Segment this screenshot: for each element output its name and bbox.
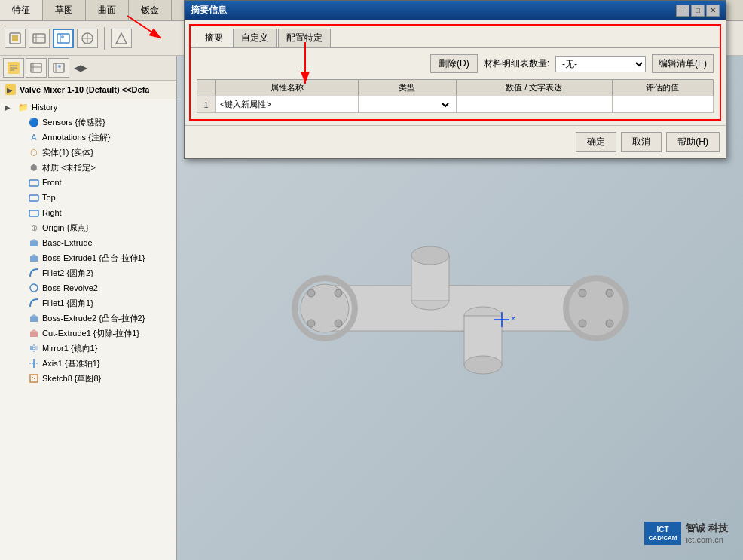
svg-rect-18 — [31, 63, 41, 72]
svg-point-60 — [307, 320, 315, 327]
svg-marker-35 — [30, 314, 38, 317]
edit-list-button[interactable]: 编辑清单(E) — [652, 54, 714, 73]
svg-rect-40 — [35, 346, 38, 350]
history-icon: 📁 — [17, 101, 29, 113]
svg-rect-31 — [30, 256, 38, 262]
tree-item-boss-revolve2[interactable]: Boss-Revolve2 — [0, 280, 176, 295]
tree-item-boss-extrude1[interactable]: Boss-Extrude1 {凸台-拉伸1} — [0, 250, 176, 265]
cell-prop-type[interactable]: 文字 日期 数字 — [359, 96, 456, 113]
tree-item-front[interactable]: Front — [0, 175, 176, 190]
sidebar-icon-row: ◀ ▶ — [0, 56, 176, 81]
sidebar-nav-arrows: ◀ ▶ — [71, 58, 90, 78]
confirm-button[interactable]: 确定 — [576, 132, 616, 152]
svg-rect-46 — [325, 286, 596, 331]
right-icon — [28, 207, 40, 219]
svg-text:*: * — [512, 315, 515, 324]
toolbar-btn-1[interactable] — [5, 29, 26, 48]
tree-item-fillet2[interactable]: Fillet2 {圆角2} — [0, 265, 176, 280]
tab-summary[interactable]: 摘要 — [197, 29, 231, 47]
fillet1-icon — [28, 297, 40, 309]
tree-item-material[interactable]: ⬢ 材质 <未指定> — [0, 160, 176, 175]
tree-item-origin[interactable]: ⊕ Origin {原点} — [0, 220, 176, 235]
base-extrude-icon — [28, 237, 40, 249]
solid-icon: ⬡ — [28, 146, 40, 158]
fillet2-icon — [28, 267, 40, 279]
boss-extrude1-icon — [28, 252, 40, 264]
toolbar-separator — [104, 27, 105, 50]
close-button[interactable]: ✕ — [706, 5, 720, 17]
tree-item-top[interactable]: Top — [0, 190, 176, 205]
toolbar-btn-3[interactable] — [53, 29, 74, 48]
tree-item-base-extrude[interactable]: Base-Extrude — [0, 235, 176, 250]
tree-item-solid[interactable]: ⬡ 实体(1) {实体} — [0, 145, 176, 160]
modal-title-bar: 摘要信息 — □ ✕ — [185, 1, 726, 20]
tree-item-annotations[interactable]: A Annotations {注解} — [0, 130, 176, 145]
svg-point-57 — [464, 356, 502, 374]
origin-label: Origin {原点} — [42, 222, 89, 234]
svg-marker-32 — [30, 254, 38, 256]
tree-item-cut-extrude1[interactable]: Cut-Extrude1 {切除-拉伸1} — [0, 326, 176, 341]
tab-feature[interactable]: 特征 — [0, 0, 43, 20]
table-row: 1 <键入新属性> 文字 日期 数字 — [197, 96, 714, 113]
feature-tree-sidebar: ◀ ▶ ▶ Valve Mixer 1-10 (Default) <<Defa … — [0, 56, 177, 560]
cell-prop-name[interactable]: <键入新属性> — [216, 96, 359, 113]
sidebar-icon-2[interactable] — [26, 58, 47, 78]
svg-point-59 — [335, 289, 342, 297]
tab-sketch[interactable]: 草图 — [43, 0, 86, 20]
solid-label: 实体(1) {实体} — [42, 147, 93, 158]
svg-point-61 — [335, 320, 342, 327]
front-icon — [28, 176, 40, 188]
minimize-button[interactable]: — — [676, 5, 689, 17]
maximize-button[interactable]: □ — [691, 5, 705, 17]
tree-item-fillet1[interactable]: Fillet1 {圆角1} — [0, 295, 176, 311]
cell-prop-eval — [612, 96, 713, 113]
sketch8-icon — [28, 372, 40, 384]
boss-extrude2-icon — [28, 312, 40, 324]
cancel-button[interactable]: 取消 — [621, 132, 662, 152]
modal-footer: 确定 取消 帮助(H) — [185, 125, 726, 158]
type-select[interactable]: 文字 日期 数字 — [363, 99, 451, 110]
cell-prop-value[interactable] — [456, 96, 612, 113]
toolbar-btn-2[interactable] — [29, 29, 50, 48]
svg-point-62 — [579, 289, 586, 297]
sketch8-label: Sketch8 {草图8} — [42, 373, 101, 384]
tree-item-axis1[interactable]: Axis1 {基准轴1} — [0, 356, 176, 371]
svg-rect-36 — [30, 332, 38, 337]
delete-button[interactable]: 删除(D) — [430, 54, 478, 73]
tree-item-sensors[interactable]: 🔵 Sensors {传感器} — [0, 115, 176, 130]
front-label: Front — [42, 178, 62, 187]
material-label: 材质 <未指定> — [42, 162, 96, 173]
cut-extrude1-label: Cut-Extrude1 {切除-拉伸1} — [42, 328, 139, 339]
watermark-ict: ICT — [649, 525, 677, 534]
bom-label: 材料明细表数量: — [484, 57, 549, 70]
modal-title: 摘要信息 — [191, 4, 227, 17]
col-type: 类型 — [359, 80, 456, 96]
boss-extrude2-label: Boss-Extrude2 {凸台-拉伸2} — [42, 313, 145, 324]
boss-extrude1-label: Boss-Extrude1 {凸台-拉伸1} — [42, 252, 145, 264]
svg-line-44 — [32, 377, 35, 380]
sidebar-icon-3[interactable] — [48, 58, 69, 78]
bom-select[interactable]: -无- — [555, 56, 646, 72]
sidebar-prev[interactable]: ◀ — [74, 63, 81, 73]
tree-item-sketch8[interactable]: Sketch8 {草图8} — [0, 371, 176, 386]
right-label: Right — [42, 208, 62, 217]
origin-icon: ⊕ — [28, 222, 40, 234]
sidebar-next[interactable]: ▶ — [81, 63, 87, 73]
summary-dialog[interactable]: 摘要信息 — □ ✕ 摘要 自定义 配置特定 删除(D) 材料明细表数量: — [184, 0, 726, 159]
red-arrow-svg — [260, 35, 350, 95]
tree-item-right[interactable]: Right — [0, 205, 176, 220]
cell-row-num: 1 — [197, 96, 216, 113]
svg-marker-37 — [30, 329, 38, 332]
watermark-chinese: 智诚 科技 — [686, 522, 728, 535]
sidebar-icon-1[interactable] — [3, 58, 24, 78]
help-button[interactable]: 帮助(H) — [666, 132, 720, 152]
tree-item-mirror1[interactable]: Mirror1 {镜向1} — [0, 341, 176, 356]
feature-tree: ▶ 📁 History 🔵 Sensors {传感器} A Annotation… — [0, 99, 176, 386]
watermark: ICT CAD/CAM 智诚 科技 ict.com.cn — [644, 522, 728, 545]
toolbar-btn-4[interactable] — [77, 29, 98, 48]
tree-item-boss-extrude2[interactable]: Boss-Extrude2 {凸台-拉伸2} — [0, 311, 176, 326]
svg-point-23 — [58, 65, 61, 68]
svg-point-54 — [411, 246, 449, 265]
tree-item-history[interactable]: ▶ 📁 History — [0, 99, 176, 115]
base-extrude-label: Base-Extrude — [42, 238, 93, 247]
